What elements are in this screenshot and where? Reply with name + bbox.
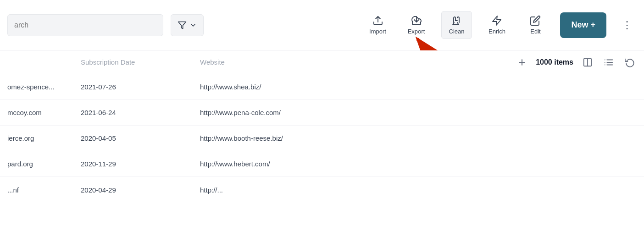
search-input[interactable] [14,21,156,29]
cell-website: http://www.hebert.com/ [200,160,429,168]
toolbar: Import Export [0,0,644,50]
filter-icon [178,21,187,30]
cell-website: http://www.shea.biz/ [200,83,429,91]
export-icon [411,15,422,26]
clean-label: Clean [449,28,465,35]
cell-name: omez-spence... [7,83,81,91]
sort-button[interactable] [602,55,616,69]
cell-website: http://www.pena-cole.com/ [200,109,429,116]
cell-date: 2020-11-29 [81,160,200,168]
cell-name: ierce.org [7,134,81,142]
filter-button[interactable] [171,14,204,36]
table-header: Subscription Date Website 1000 items [0,50,644,74]
toolbar-actions: Import Export [364,11,637,39]
plus-icon [517,58,527,67]
table-row: omez-spence... 2021-07-26 http://www.she… [0,74,644,100]
new-button[interactable]: New + [560,12,606,38]
enrich-label: Enrich [489,28,505,35]
export-button[interactable]: Export [403,12,430,38]
svg-marker-3 [493,16,501,25]
cell-date: 2021-06-24 [81,109,200,116]
col-website-header: Website [200,58,429,66]
edit-icon [530,15,541,26]
columns-toggle-button[interactable] [581,55,594,69]
more-icon: ⋮ [622,19,632,31]
clean-button[interactable]: Clean [441,11,472,39]
table-row: ...nf 2020-04-29 http://... [0,177,644,203]
cell-date: 2021-07-26 [81,83,200,91]
cell-website: http://www.booth-reese.biz/ [200,134,429,142]
items-count: 1000 items [536,58,573,66]
col-subscription-date-header: Subscription Date [81,58,200,66]
import-button[interactable]: Import [364,12,392,38]
cell-name: mccoy.com [7,109,81,116]
cell-date: 2020-04-05 [81,134,200,142]
enrich-button[interactable]: Enrich [483,12,511,38]
cell-date: 2020-04-29 [81,186,200,194]
more-button[interactable]: ⋮ [617,16,637,34]
enrich-icon [491,15,502,26]
cell-name: ...nf [7,186,81,194]
chevron-down-icon [189,22,197,29]
import-icon [372,15,383,26]
new-label: New + [571,20,595,30]
cell-website: http://... [200,186,429,194]
history-button[interactable] [623,55,637,69]
edit-label: Edit [530,28,540,35]
table-row: pard.org 2020-11-29 http://www.hebert.co… [0,151,644,177]
cell-name: pard.org [7,160,81,168]
columns-icon [583,57,593,67]
sort-icon [604,57,614,67]
history-icon [625,57,635,67]
svg-marker-0 [178,22,186,28]
table-row: ierce.org 2020-04-05 http://www.booth-re… [0,126,644,151]
import-label: Import [369,28,386,35]
edit-button[interactable]: Edit [522,12,549,38]
add-column-button[interactable] [516,56,528,69]
search-area [7,14,163,36]
table-row: mccoy.com 2021-06-24 http://www.pena-col… [0,100,644,126]
export-label: Export [408,28,425,35]
table-body: omez-spence... 2021-07-26 http://www.she… [0,74,644,203]
clean-icon [451,15,462,26]
